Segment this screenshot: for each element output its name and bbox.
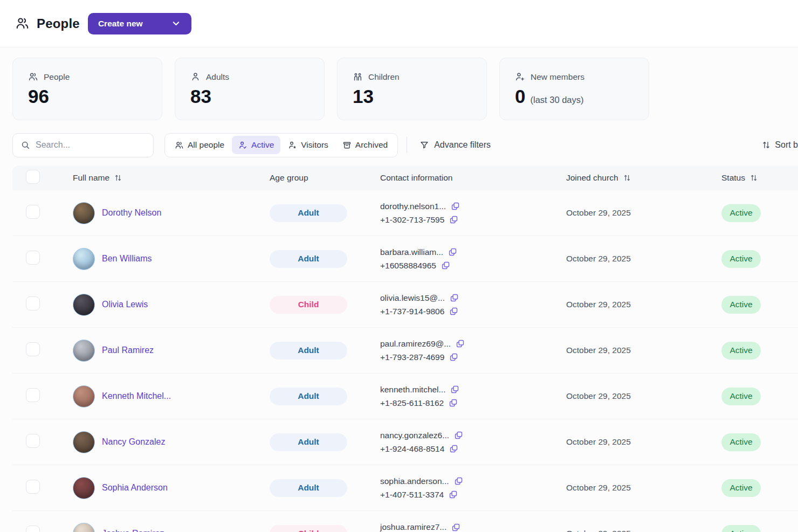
table-row: Paul Ramirez Adult paul.ramirez69@... +1… (12, 328, 798, 374)
search-icon (20, 140, 30, 150)
row-checkbox[interactable] (26, 526, 40, 532)
copy-email-button[interactable] (456, 339, 465, 348)
column-header-joined-church[interactable]: Joined church (566, 173, 721, 183)
stat-value: 83 (190, 86, 211, 107)
person-name-link[interactable]: Ben Williams (102, 254, 152, 264)
status-badge: Active (721, 433, 761, 451)
phone-value: +1-825-611-8162 (380, 398, 444, 408)
search-box (12, 133, 154, 157)
children-icon (353, 72, 363, 82)
age-group-badge: Adult (270, 479, 347, 497)
sort-arrows-icon (623, 174, 631, 182)
email-value: kenneth.mitchel... (380, 385, 445, 395)
phone-value: +1-924-468-8514 (380, 444, 444, 454)
avatar[interactable] (73, 385, 95, 407)
table-row: Ben Williams Adult barbara.william... +1… (12, 236, 798, 282)
avatar[interactable] (73, 523, 95, 532)
avatar[interactable] (73, 248, 95, 270)
copy-email-button[interactable] (451, 523, 460, 532)
copy-email-button[interactable] (454, 431, 463, 440)
stat-label: Adults (206, 72, 229, 82)
row-checkbox[interactable] (26, 205, 40, 219)
phone-value: +1-793-287-4699 (380, 353, 444, 362)
people-icon (15, 16, 30, 31)
tab-all-people[interactable]: All people (168, 136, 231, 154)
phone-value: +1-737-914-9806 (380, 307, 444, 316)
email-value: paul.ramirez69@... (380, 339, 451, 349)
copy-phone-button[interactable] (449, 444, 458, 453)
email-value: olivia.lewis15@... (380, 293, 445, 303)
phone-value: +1-302-713-7595 (380, 215, 444, 225)
page-title: People (37, 16, 80, 31)
column-label: Status (721, 173, 745, 183)
stat-card-children: Children 13 (337, 58, 487, 120)
copy-phone-button[interactable] (449, 353, 458, 362)
person-name-link[interactable]: Olivia Lewis (102, 300, 148, 309)
joined-date: October 29, 2025 (566, 437, 721, 447)
person-plus-icon (515, 72, 525, 82)
copy-phone-button[interactable] (449, 398, 458, 407)
sort-by-button[interactable]: Sort b (761, 140, 798, 150)
person-name-link[interactable]: Sophia Anderson (102, 483, 168, 493)
joined-date: October 29, 2025 (566, 208, 721, 218)
search-input[interactable] (36, 140, 146, 150)
table-row: Nancy Gonzalez Adult nancy.gonzalez6... … (12, 419, 798, 465)
avatar[interactable] (73, 202, 95, 224)
avatar[interactable] (73, 340, 95, 362)
person-name-link[interactable]: Dorothy Nelson (102, 208, 161, 218)
stat-card-people: People 96 (12, 58, 162, 120)
tab-archived[interactable]: Archived (336, 136, 394, 154)
age-group-badge: Adult (270, 433, 347, 451)
row-checkbox[interactable] (26, 480, 40, 494)
email-value: dorothy.nelson1... (380, 202, 446, 211)
create-new-button[interactable]: Create new (88, 13, 191, 34)
person-name-link[interactable]: Kenneth Mitchel... (102, 391, 171, 401)
person-name-link[interactable]: Nancy Gonzalez (102, 437, 165, 447)
copy-phone-button[interactable] (449, 215, 458, 224)
email-value: joshua.ramirez7... (380, 522, 446, 532)
chevron-down-icon (171, 18, 181, 29)
select-all-checkbox[interactable] (26, 170, 40, 184)
joined-date: October 29, 2025 (566, 483, 721, 493)
stat-value: 96 (28, 86, 49, 107)
column-label: Age group (270, 173, 308, 183)
copy-phone-button[interactable] (441, 261, 450, 270)
age-group-badge: Adult (270, 388, 347, 405)
copy-phone-button[interactable] (449, 307, 458, 316)
tab-visitors[interactable]: Visitors (281, 136, 335, 154)
adult-icon (190, 72, 201, 82)
row-checkbox[interactable] (26, 342, 40, 356)
column-header-full-name[interactable]: Full name (73, 173, 270, 183)
column-header-contact: Contact information (380, 173, 566, 183)
row-checkbox[interactable] (26, 434, 40, 448)
advance-filters-button[interactable]: Advance filters (419, 140, 491, 150)
create-new-label: Create new (98, 19, 143, 29)
avatar[interactable] (73, 294, 95, 316)
sort-arrows-icon (761, 140, 771, 150)
row-checkbox[interactable] (26, 388, 40, 402)
copy-email-button[interactable] (454, 476, 463, 486)
table-row: Joshua Ramirez Child joshua.ramirez7... (12, 511, 798, 532)
copy-email-button[interactable] (450, 293, 459, 302)
column-label: Joined church (566, 173, 618, 183)
person-name-link[interactable]: Paul Ramirez (102, 346, 154, 355)
table-row: Olivia Lewis Child olivia.lewis15@... +1… (12, 282, 798, 328)
copy-email-button[interactable] (448, 247, 457, 257)
row-checkbox[interactable] (26, 296, 40, 310)
row-checkbox[interactable] (26, 251, 40, 265)
avatar[interactable] (73, 431, 95, 453)
copy-phone-button[interactable] (449, 490, 458, 499)
tab-active[interactable]: Active (232, 136, 280, 154)
people-icon (28, 72, 38, 82)
age-group-badge: Adult (270, 250, 347, 268)
copy-email-button[interactable] (451, 202, 460, 211)
copy-email-button[interactable] (450, 385, 459, 394)
joined-date: October 29, 2025 (566, 391, 721, 401)
avatar[interactable] (73, 477, 95, 499)
table-header: Full name Age group Contact information … (12, 165, 798, 190)
stat-label: New members (531, 72, 584, 82)
column-header-status[interactable]: Status (721, 173, 798, 183)
table-body: Dorothy Nelson Adult dorothy.nelson1... … (12, 190, 798, 532)
person-name-link[interactable]: Joshua Ramirez (102, 529, 164, 532)
stat-label: People (44, 72, 70, 82)
